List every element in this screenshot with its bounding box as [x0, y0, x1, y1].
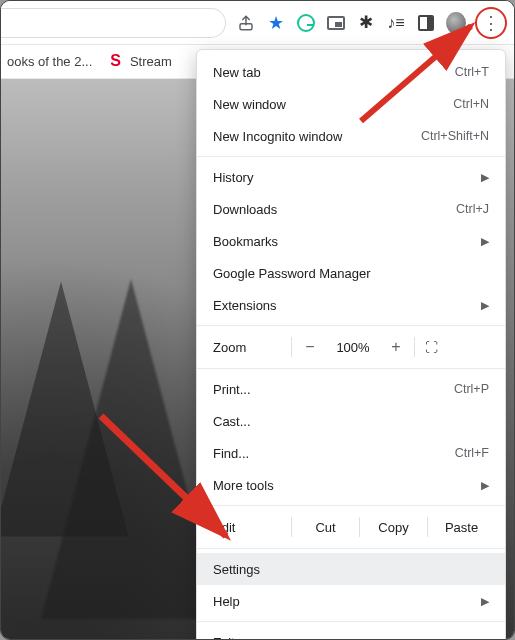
- menu-extensions[interactable]: Extensions ▶: [197, 289, 505, 321]
- menu-cast[interactable]: Cast...: [197, 405, 505, 437]
- menu-separator: [197, 325, 505, 326]
- menu-downloads[interactable]: Downloads Ctrl+J: [197, 193, 505, 225]
- menu-item-label: Help: [213, 594, 240, 609]
- more-menu-button[interactable]: ⋮: [476, 8, 506, 38]
- menu-print[interactable]: Print... Ctrl+P: [197, 373, 505, 405]
- chevron-right-icon: ▶: [481, 595, 489, 608]
- bookmark-label: Stream: [130, 54, 172, 69]
- address-bar[interactable]: [1, 8, 226, 38]
- chevron-right-icon: ▶: [481, 171, 489, 184]
- zoom-label: Zoom: [213, 340, 291, 355]
- side-panel-icon[interactable]: [416, 13, 436, 33]
- menu-item-shortcut: Ctrl+N: [453, 97, 489, 111]
- chevron-right-icon: ▶: [481, 235, 489, 248]
- share-icon[interactable]: [236, 13, 256, 33]
- menu-item-label: Cast...: [213, 414, 251, 429]
- menu-item-shortcut: Ctrl+Shift+N: [421, 129, 489, 143]
- zoom-out-button[interactable]: −: [292, 338, 328, 356]
- menu-item-label: Print...: [213, 382, 251, 397]
- menu-item-label: New Incognito window: [213, 129, 342, 144]
- menu-history[interactable]: History ▶: [197, 161, 505, 193]
- fullscreen-button[interactable]: ⛶: [415, 340, 447, 355]
- edit-label: Edit: [213, 520, 291, 535]
- browser-toolbar: ★ ✱ ♪≡ ⋮: [1, 1, 514, 45]
- menu-item-label: Google Password Manager: [213, 266, 371, 281]
- grammarly-icon[interactable]: [296, 13, 316, 33]
- zoom-in-button[interactable]: +: [378, 338, 414, 356]
- zoom-value: 100%: [328, 340, 378, 355]
- menu-separator: [197, 548, 505, 549]
- menu-item-shortcut: Ctrl+P: [454, 382, 489, 396]
- menu-separator: [197, 156, 505, 157]
- menu-item-shortcut: Ctrl+T: [455, 65, 489, 79]
- menu-item-shortcut: Ctrl+F: [455, 446, 489, 460]
- menu-separator: [197, 505, 505, 506]
- menu-item-label: New tab: [213, 65, 261, 80]
- menu-password-manager[interactable]: Google Password Manager: [197, 257, 505, 289]
- menu-item-label: History: [213, 170, 253, 185]
- chrome-main-menu: New tab Ctrl+T New window Ctrl+N New Inc…: [196, 49, 506, 640]
- bookmark-item[interactable]: ooks of the 2...: [7, 54, 92, 69]
- menu-more-tools[interactable]: More tools ▶: [197, 469, 505, 501]
- edit-copy-button[interactable]: Copy: [360, 520, 427, 535]
- menu-item-label: Settings: [213, 562, 260, 577]
- chevron-right-icon: ▶: [481, 479, 489, 492]
- menu-separator: [197, 621, 505, 622]
- picture-in-picture-icon[interactable]: [326, 13, 346, 33]
- menu-settings[interactable]: Settings: [197, 553, 505, 585]
- chevron-right-icon: ▶: [481, 299, 489, 312]
- bookmark-star-icon[interactable]: ★: [266, 13, 286, 33]
- edit-cut-button[interactable]: Cut: [292, 520, 359, 535]
- edit-paste-button[interactable]: Paste: [428, 520, 495, 535]
- menu-item-label: More tools: [213, 478, 274, 493]
- menu-item-label: Exit: [213, 635, 235, 641]
- menu-exit[interactable]: Exit: [197, 626, 505, 640]
- profile-avatar-icon[interactable]: [446, 13, 466, 33]
- bookmark-item[interactable]: S Stream: [110, 54, 172, 70]
- menu-help[interactable]: Help ▶: [197, 585, 505, 617]
- media-controls-icon[interactable]: ♪≡: [386, 13, 406, 33]
- menu-item-label: New window: [213, 97, 286, 112]
- menu-edit-row: Edit Cut Copy Paste: [197, 510, 505, 544]
- menu-item-label: Bookmarks: [213, 234, 278, 249]
- menu-separator: [197, 368, 505, 369]
- menu-new-window[interactable]: New window Ctrl+N: [197, 88, 505, 120]
- menu-item-shortcut: Ctrl+J: [456, 202, 489, 216]
- extensions-puzzle-icon[interactable]: ✱: [356, 13, 376, 33]
- bookmark-favicon: S: [110, 54, 126, 70]
- menu-incognito[interactable]: New Incognito window Ctrl+Shift+N: [197, 120, 505, 152]
- menu-item-label: Downloads: [213, 202, 277, 217]
- menu-item-label: Find...: [213, 446, 249, 461]
- menu-item-label: Extensions: [213, 298, 277, 313]
- menu-zoom-row: Zoom − 100% + ⛶: [197, 330, 505, 364]
- menu-find[interactable]: Find... Ctrl+F: [197, 437, 505, 469]
- menu-bookmarks[interactable]: Bookmarks ▶: [197, 225, 505, 257]
- menu-new-tab[interactable]: New tab Ctrl+T: [197, 56, 505, 88]
